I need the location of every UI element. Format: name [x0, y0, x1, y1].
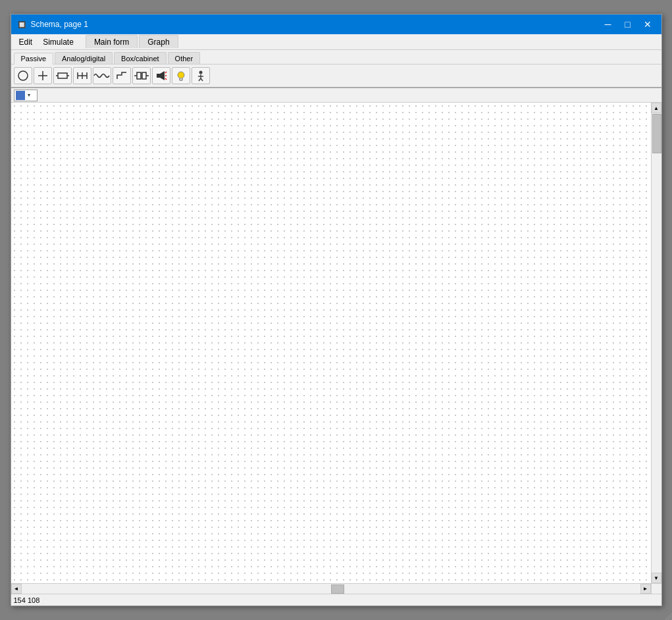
svg-line-28	[201, 78, 203, 81]
scrollbar-corner	[651, 583, 661, 594]
svg-line-17	[165, 72, 167, 73]
comp-tab-analog-digital[interactable]: Analog/digital	[55, 52, 113, 64]
parallel-icon	[76, 70, 88, 82]
cursor-coords: 154 108	[14, 596, 40, 604]
scroll-right-button[interactable]: ►	[640, 584, 651, 594]
menu-simulate[interactable]: Simulate	[38, 36, 79, 48]
page-dropdown[interactable]: ▾	[14, 90, 38, 101]
tool-parallel[interactable]	[73, 67, 91, 84]
transformer-icon	[134, 70, 149, 82]
schematic-canvas[interactable]	[11, 103, 651, 583]
junction-icon	[37, 70, 49, 82]
menu-bar: Edit Simulate Main form Graph	[11, 34, 661, 50]
resize-handle[interactable]	[665, 613, 672, 620]
svg-rect-11	[137, 72, 141, 79]
toolbar-area: Passive Analog/digital Box/cabinet Other	[11, 50, 661, 88]
minimize-button[interactable]: ─	[600, 18, 617, 31]
svg-point-0	[18, 71, 28, 80]
svg-marker-16	[160, 71, 165, 80]
tool-speaker[interactable]	[152, 67, 170, 84]
component-tab-bar: Passive Analog/digital Box/cabinet Other	[11, 50, 661, 65]
dot-grid	[11, 103, 651, 583]
speaker-icon	[155, 70, 167, 82]
scroll-h-track[interactable]	[22, 584, 640, 594]
canvas-scroll-container: ▲ ▼ ◄ ►	[11, 103, 661, 594]
comp-tab-other[interactable]: Other	[168, 52, 201, 64]
comp-tab-passive[interactable]: Passive	[14, 53, 54, 65]
window-title: Schema, page 1	[31, 20, 88, 29]
tool-capacitor[interactable]	[14, 67, 32, 84]
canvas-area: ▾ ▲ ▼ ◄ ►	[11, 88, 661, 594]
svg-rect-4	[58, 73, 67, 78]
comp-tab-box-cabinet[interactable]: Box/cabinet	[114, 52, 166, 64]
page-color-indicator	[16, 91, 25, 100]
tool-junction[interactable]	[34, 67, 52, 84]
tool-inductor[interactable]	[93, 67, 111, 84]
title-controls: ─ □ ✕	[600, 18, 656, 31]
svg-point-20	[178, 72, 184, 78]
menu-edit[interactable]: Edit	[14, 36, 38, 48]
tab-main-form[interactable]: Main form	[86, 35, 138, 48]
scroll-v-thumb[interactable]	[652, 114, 661, 153]
inductor-icon	[93, 70, 111, 82]
svg-point-24	[199, 71, 202, 74]
tool-step[interactable]	[113, 67, 131, 84]
vertical-scrollbar: ▲ ▼	[651, 103, 661, 583]
lamp-icon	[175, 70, 187, 82]
tool-resistor[interactable]	[53, 67, 72, 84]
tool-lamp[interactable]	[172, 67, 190, 84]
title-bar: 🔲 Schema, page 1 ─ □ ✕	[11, 14, 661, 34]
capacitor-icon	[17, 70, 29, 82]
svg-rect-15	[157, 74, 160, 78]
svg-line-19	[165, 78, 167, 80]
resize-icon	[665, 613, 672, 620]
tab-graph[interactable]: Graph	[139, 35, 178, 48]
scroll-v-track[interactable]	[652, 113, 661, 573]
dropdown-arrow: ▾	[28, 92, 30, 98]
close-button[interactable]: ✕	[639, 18, 656, 31]
main-window: 🔲 Schema, page 1 ─ □ ✕ Edit Simulate Mai…	[11, 14, 662, 606]
scroll-up-button[interactable]: ▲	[652, 103, 661, 113]
scroll-left-button[interactable]: ◄	[11, 584, 22, 594]
tool-person[interactable]	[192, 67, 210, 84]
title-bar-left: 🔲 Schema, page 1	[16, 19, 88, 30]
svg-rect-13	[142, 72, 146, 79]
horizontal-scrollbar: ◄ ►	[11, 583, 651, 594]
scroll-down-button[interactable]: ▼	[652, 573, 661, 583]
step-icon	[116, 70, 128, 82]
scroll-h-thumb[interactable]	[331, 584, 344, 594]
resistor-icon	[55, 70, 70, 82]
canvas-header: ▾	[11, 88, 661, 103]
tool-buttons	[11, 65, 661, 87]
status-bar: 154 108	[11, 594, 661, 606]
person-icon	[195, 70, 207, 82]
window-icon: 🔲	[16, 19, 27, 30]
maximize-button[interactable]: □	[619, 18, 636, 31]
tool-transformer[interactable]	[132, 67, 151, 84]
